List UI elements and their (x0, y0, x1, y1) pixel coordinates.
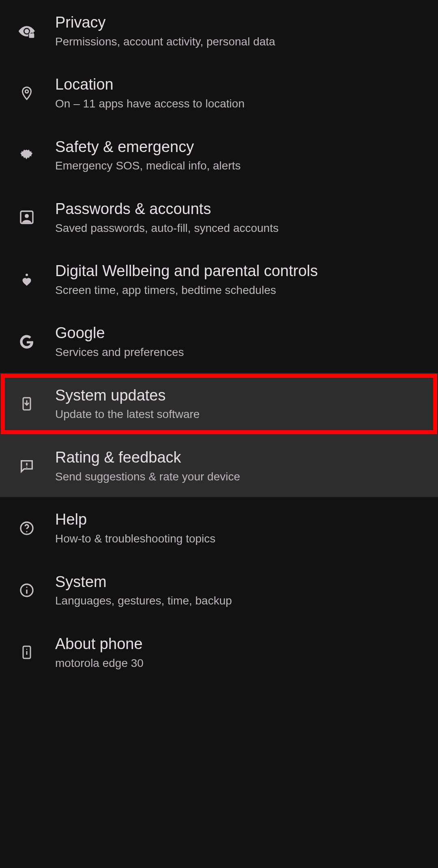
setting-title: Help (55, 511, 215, 529)
setting-subtitle: How-to & troubleshooting topics (55, 532, 215, 546)
setting-title: About phone (55, 635, 144, 653)
setting-title: System (55, 573, 232, 591)
setting-subtitle: Emergency SOS, medical info, alerts (55, 159, 241, 173)
svg-point-1 (25, 90, 28, 93)
setting-location[interactable]: Location On – 11 apps have access to loc… (0, 62, 438, 124)
setting-system-updates[interactable]: System updates Update to the latest soft… (0, 373, 438, 435)
setting-subtitle: Saved passwords, auto-fill, synced accou… (55, 221, 279, 235)
setting-subtitle: Update to the latest software (55, 407, 200, 421)
setting-title: Location (55, 76, 245, 94)
setting-subtitle: Services and preferences (55, 345, 184, 359)
account-box-icon (15, 205, 39, 229)
svg-point-4 (26, 274, 28, 276)
phone-download-icon (15, 392, 39, 416)
phone-info-icon (15, 640, 39, 664)
feedback-icon (15, 454, 39, 478)
google-icon (15, 330, 39, 354)
wellbeing-icon (15, 268, 39, 292)
setting-system[interactable]: System Languages, gestures, time, backup (0, 559, 438, 622)
svg-rect-0 (29, 33, 34, 38)
setting-google[interactable]: Google Services and preferences (0, 311, 438, 373)
location-icon (15, 81, 39, 105)
setting-subtitle: Send suggestions & rate your device (55, 470, 240, 484)
setting-subtitle: motorola edge 30 (55, 656, 144, 670)
setting-passwords[interactable]: Passwords & accounts Saved passwords, au… (0, 186, 438, 249)
eye-lock-icon (15, 19, 39, 43)
settings-list: Privacy Permissions, account activity, p… (0, 0, 438, 684)
setting-subtitle: Screen time, app timers, bedtime schedul… (55, 283, 318, 297)
svg-point-12 (26, 587, 28, 588)
setting-help[interactable]: Help How-to & troubleshooting topics (0, 497, 438, 559)
info-icon (15, 578, 39, 602)
setting-subtitle: On – 11 apps have access to location (55, 97, 245, 111)
svg-point-3 (25, 214, 29, 218)
setting-title: Rating & feedback (55, 449, 240, 467)
setting-subtitle: Permissions, account activity, personal … (55, 35, 275, 49)
medical-icon (15, 143, 39, 167)
setting-title: Safety & emergency (55, 138, 241, 156)
setting-subtitle: Languages, gestures, time, backup (55, 594, 232, 608)
setting-title: System updates (55, 387, 200, 405)
setting-privacy[interactable]: Privacy Permissions, account activity, p… (0, 0, 438, 62)
svg-point-7 (26, 467, 28, 468)
setting-title: Digital Wellbeing and parental controls (55, 262, 318, 280)
setting-title: Privacy (55, 14, 275, 32)
setting-about-phone[interactable]: About phone motorola edge 30 (0, 622, 438, 684)
svg-point-15 (26, 649, 28, 650)
svg-point-9 (26, 531, 28, 532)
setting-feedback[interactable]: Rating & feedback Send suggestions & rat… (0, 435, 438, 497)
setting-safety[interactable]: Safety & emergency Emergency SOS, medica… (0, 124, 438, 186)
help-icon (15, 516, 39, 540)
setting-title: Google (55, 324, 184, 342)
setting-wellbeing[interactable]: Digital Wellbeing and parental controls … (0, 249, 438, 311)
setting-title: Passwords & accounts (55, 200, 279, 218)
